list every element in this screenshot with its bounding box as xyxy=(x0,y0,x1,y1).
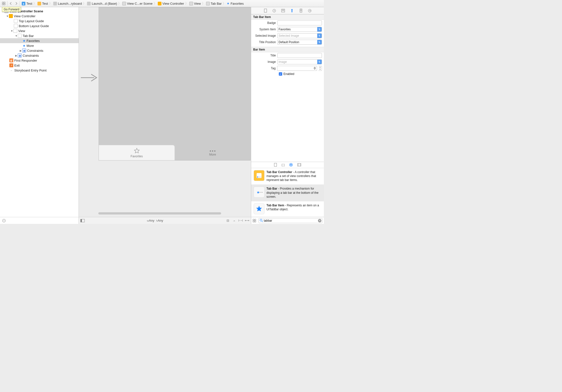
outline-tabbar[interactable]: ▼Tab Bar xyxy=(0,33,79,38)
star-outline-icon xyxy=(134,148,140,154)
forward-button[interactable] xyxy=(14,1,19,6)
outline-view[interactable]: ▼View xyxy=(0,28,79,33)
chevron-updown-icon: ⇅ xyxy=(317,27,322,32)
row-image: Image Image⇅ xyxy=(251,59,324,65)
svg-line-39 xyxy=(262,221,263,222)
outline-first-responder[interactable]: ◧First Responder xyxy=(0,58,79,63)
row-title: Title xyxy=(251,52,324,59)
outline-exit[interactable]: ↗Exit xyxy=(0,63,79,68)
svg-rect-1 xyxy=(4,2,5,3)
crumb-storyboard-file[interactable]: Launch...ryboard xyxy=(52,2,83,5)
file-template-tab[interactable] xyxy=(274,163,277,167)
select-title-position[interactable]: Default Position⇅ xyxy=(277,40,322,45)
canvas-device[interactable]: Favorites More xyxy=(99,7,251,160)
label-tag: Tag xyxy=(253,67,276,70)
library-item-tabbar[interactable]: ★ Tab Bar - Provides a mechanism for dis… xyxy=(251,185,324,201)
view-icon xyxy=(13,29,17,33)
back-button[interactable] xyxy=(8,1,14,6)
outline-entry-point[interactable]: →Storyboard Entry Point xyxy=(0,68,79,73)
crumb-favorites[interactable]: ★Favorites xyxy=(226,2,245,5)
library-item-title: Tab Bar Item xyxy=(266,204,284,207)
outline-more[interactable]: ★ More xyxy=(0,43,79,48)
outline-top-layout-guide[interactable]: Top Layout Guide xyxy=(0,18,79,23)
constraints-icon: ▦ xyxy=(18,53,22,57)
library-item-tabbarcontroller[interactable]: Tab Bar Controller - A controller that m… xyxy=(251,168,324,185)
help-inspector-tab[interactable]: ? xyxy=(272,8,277,13)
label-enabled: Enabled xyxy=(283,72,294,76)
crumb-view[interactable]: View xyxy=(188,2,202,5)
outline-bottom-layout-guide[interactable]: Bottom Layout Guide xyxy=(0,23,79,28)
svg-rect-9 xyxy=(264,9,267,12)
label-badge: Badge xyxy=(253,21,276,25)
stepper-down[interactable]: ▼ xyxy=(318,68,322,71)
svg-point-33 xyxy=(262,192,263,193)
pin-button[interactable]: ⊦⊣ xyxy=(238,219,243,222)
input-badge[interactable] xyxy=(277,20,322,25)
library-search-input[interactable] xyxy=(259,218,322,223)
layout-buttons: ⊟ ⫠ ⊦⊣ ⟷ xyxy=(225,219,249,222)
checkbox-enabled[interactable]: ✓ xyxy=(279,72,282,76)
filter-icon[interactable] xyxy=(2,219,6,223)
svg-text:?: ? xyxy=(274,10,275,12)
library-grid-toggle[interactable] xyxy=(253,219,257,222)
identity-inspector-tab[interactable] xyxy=(281,8,286,13)
input-tag[interactable] xyxy=(277,66,317,71)
canvas-viewport[interactable]: Favorites More xyxy=(79,7,251,217)
tabbar-icon xyxy=(206,2,210,5)
horizontal-scrollbar[interactable] xyxy=(98,212,221,214)
library-item-tabbaritem[interactable]: Tab Bar Item - Represents an item on a U… xyxy=(251,201,324,217)
resolve-button[interactable]: ⟷ xyxy=(245,219,249,222)
related-items-icon[interactable] xyxy=(1,1,6,6)
object-library-tab[interactable] xyxy=(289,163,293,167)
row-badge: Badge xyxy=(251,20,324,26)
breadcrumb: ▲Test 〉 Test 〉 Launch...ryboard 〉 Launch… xyxy=(21,0,324,7)
outline-viewcontroller[interactable]: ▼View Controller xyxy=(0,14,79,18)
folder-icon xyxy=(37,2,41,5)
select-system-item[interactable]: Favorites⇅ xyxy=(277,27,322,32)
stack-button[interactable]: ⊟ xyxy=(225,219,230,222)
chevron-updown-icon: ⇅ xyxy=(317,34,322,38)
svg-rect-0 xyxy=(2,2,3,3)
svg-point-31 xyxy=(260,192,260,193)
size-inspector-tab[interactable] xyxy=(299,8,303,13)
svg-rect-19 xyxy=(274,163,277,166)
align-button[interactable]: ⫠ xyxy=(232,219,237,222)
toggle-outline-button[interactable] xyxy=(80,219,85,222)
crumb-tabbar[interactable]: Tab Bar xyxy=(205,2,223,5)
label-title-position: Title Position xyxy=(253,40,276,44)
scene-icon xyxy=(122,2,126,5)
svg-rect-22 xyxy=(298,163,301,166)
clear-search-button[interactable]: ✕ xyxy=(318,219,321,222)
row-system-item: System Item Favorites⇅ xyxy=(251,26,324,33)
svg-point-28 xyxy=(260,177,260,177)
stepper-up[interactable]: ▲ xyxy=(318,66,322,68)
input-title[interactable] xyxy=(277,53,322,58)
tab-favorites[interactable]: Favorites xyxy=(99,145,175,160)
connections-inspector-tab[interactable] xyxy=(307,8,312,13)
code-snippet-tab[interactable]: { } xyxy=(281,163,284,167)
file-inspector-tab[interactable] xyxy=(263,8,268,13)
crumb-test-folder[interactable]: Test xyxy=(36,2,49,5)
outline-constraints-outer[interactable]: ▶▦Constraints xyxy=(0,53,79,58)
media-library-tab[interactable] xyxy=(297,163,301,166)
crumb-test-project[interactable]: ▲Test xyxy=(21,2,33,5)
crumb-viewcontroller[interactable]: View Controller xyxy=(157,2,185,5)
star-icon: ★ xyxy=(227,2,229,5)
view-icon xyxy=(189,2,193,5)
tab-more[interactable]: More xyxy=(175,145,250,160)
select-selected-image[interactable]: Selected Image⇅ xyxy=(277,33,322,38)
select-image[interactable]: Image⇅ xyxy=(277,59,322,64)
svg-point-32 xyxy=(261,192,262,193)
crumb-storyboard-base[interactable]: Launch...d (Base) xyxy=(86,2,118,5)
svg-rect-36 xyxy=(253,221,254,222)
library-bottom-bar: ✕ xyxy=(251,217,324,224)
label-title: Title xyxy=(253,54,276,57)
attributes-inspector-tab[interactable] xyxy=(290,8,295,13)
stepper-tag[interactable]: ▲▼ xyxy=(318,66,322,71)
crumb-scene[interactable]: View C...er Scene xyxy=(121,2,154,5)
size-class-control[interactable]: wAny hAny xyxy=(147,219,163,222)
outline-favorites[interactable]: ★ Favorites xyxy=(0,38,79,43)
outline-constraints-inner[interactable]: ▶▦Constraints xyxy=(0,48,79,53)
svg-rect-34 xyxy=(253,219,254,220)
svg-rect-15 xyxy=(300,9,302,12)
